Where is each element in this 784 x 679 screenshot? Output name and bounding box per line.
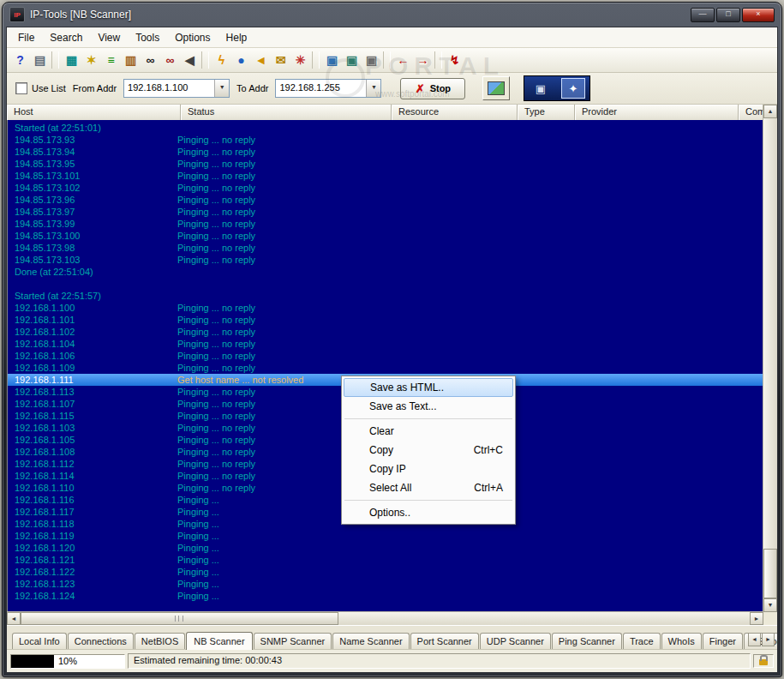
scroll-left-icon[interactable]: ◄	[7, 612, 21, 625]
list-row[interactable]: 194.85.173.103Pinging ... no reply	[8, 254, 763, 266]
context-item-options[interactable]: Options..	[342, 503, 515, 522]
list-row[interactable]: 192.168.1.121Pinging ...	[8, 554, 763, 566]
list-row[interactable]: 192.168.1.100Pinging ... no reply	[8, 302, 763, 314]
title-bar[interactable]: IP IP-Tools [NB Scanner] —□×	[6, 3, 778, 27]
list-row[interactable]: 194.85.173.101Pinging ... no reply	[8, 170, 763, 182]
tab-netbios[interactable]: NetBIOS	[135, 633, 185, 649]
tab-finger[interactable]: Finger	[703, 633, 743, 649]
report-button[interactable]	[482, 76, 510, 100]
list-row[interactable]	[8, 278, 763, 290]
cards-icon[interactable]: ▥	[121, 50, 141, 70]
tab-connections[interactable]: Connections	[68, 633, 134, 649]
netbios-icon[interactable]: ≡	[101, 50, 121, 70]
host-computer-icon[interactable]: ▣	[530, 79, 552, 98]
mail-icon[interactable]: ✉	[271, 50, 290, 70]
menu-options[interactable]: Options	[167, 28, 218, 47]
find-host-icon[interactable]: ∞	[160, 50, 180, 70]
trace-icon[interactable]: ↯	[445, 50, 464, 70]
horizontal-scroll-thumb[interactable]	[21, 612, 338, 625]
list-row[interactable]: 192.168.1.120Pinging ...	[8, 542, 763, 554]
list-row[interactable]: 192.168.1.106Pinging ... no reply	[8, 350, 763, 362]
list-row[interactable]: 194.85.173.102Pinging ... no reply	[8, 182, 763, 194]
tab-snmp-scanner[interactable]: SNMP Scanner	[254, 633, 332, 649]
column-header-type[interactable]: Type	[518, 105, 575, 121]
menu-file[interactable]: File	[10, 28, 42, 47]
to-addr-combo[interactable]: 192.168.1.255 ▼	[275, 79, 381, 98]
tab-whois[interactable]: WhoIs	[661, 633, 702, 649]
list-row[interactable]: 192.168.1.124Pinging ...	[8, 590, 763, 602]
dropdown-icon[interactable]: ▼	[366, 80, 380, 97]
menu-view[interactable]: View	[90, 28, 128, 47]
scan-icon[interactable]: ϟ	[212, 50, 231, 70]
menu-tools[interactable]: Tools	[128, 28, 167, 47]
list-row[interactable]: 194.85.173.100Pinging ... no reply	[8, 230, 763, 242]
context-item-save-as-text[interactable]: Save as Text...	[342, 397, 515, 416]
tab-udp-scanner[interactable]: UDP Scanner	[480, 633, 551, 649]
list-row[interactable]: 192.168.1.122Pinging ...	[8, 566, 763, 578]
tab-ping-scanner[interactable]: Ping Scanner	[552, 633, 622, 649]
list-row[interactable]: 194.85.173.99Pinging ... no reply	[8, 218, 763, 230]
scroll-up-icon[interactable]: ▲	[763, 105, 777, 118]
list-row[interactable]: 194.85.173.98Pinging ... no reply	[8, 242, 763, 254]
vertical-scroll-thumb[interactable]	[763, 549, 777, 598]
context-item-save-as-html[interactable]: Save as HTML..	[344, 378, 513, 397]
context-item-select-all[interactable]: Ctrl+ASelect All	[342, 478, 515, 497]
close-button[interactable]: ×	[742, 8, 775, 22]
list-row[interactable]: 194.85.173.95Pinging ... no reply	[8, 158, 763, 170]
tab-nb-scanner[interactable]: NB Scanner	[186, 632, 252, 650]
web-icon[interactable]: ●	[231, 50, 251, 70]
find-icon[interactable]: ∞	[141, 50, 160, 70]
local-info-icon[interactable]: ▦	[62, 50, 81, 70]
list-row[interactable]: 194.85.173.93Pinging ... no reply	[8, 134, 763, 146]
context-item-clear[interactable]: Clear	[342, 422, 515, 441]
column-header-host[interactable]: Host	[7, 105, 181, 121]
back-icon[interactable]: ←	[393, 50, 413, 70]
context-item-copy-ip[interactable]: Copy IP	[342, 460, 515, 478]
list-row[interactable]: Done (at 22:51:04)	[8, 266, 763, 278]
list-row[interactable]: 192.168.1.109Pinging ... no reply	[8, 362, 763, 374]
from-addr-combo[interactable]: 192.168.1.100 ▼	[123, 79, 230, 98]
menu-search[interactable]: Search	[42, 28, 90, 47]
redirect-icon[interactable]: ◄	[251, 50, 271, 70]
use-list-checkbox[interactable]: Use List	[15, 82, 66, 94]
tab-local-info[interactable]: Local Info	[12, 633, 67, 649]
forward-icon[interactable]: →	[413, 50, 433, 70]
vertical-scrollbar[interactable]: ▲ ▼	[763, 105, 777, 612]
list-row[interactable]: 192.168.1.119Pinging ...	[8, 530, 763, 542]
list-row[interactable]: 192.168.1.104Pinging ... no reply	[8, 338, 763, 350]
list-row[interactable]: Started (at 22:51:57)	[8, 290, 763, 302]
sound-icon[interactable]: ◀	[180, 50, 200, 70]
list-row[interactable]: Started (at 22:51:01)	[8, 122, 763, 134]
dropdown-icon[interactable]: ▼	[214, 80, 229, 97]
context-item-copy[interactable]: Ctrl+CCopy	[342, 441, 515, 460]
list-row[interactable]: 192.168.1.123Pinging ...	[8, 578, 763, 590]
host-watch-icon[interactable]: ▣	[362, 50, 381, 70]
host-monitor-icon[interactable]: ▣	[342, 50, 362, 70]
scroll-right-icon[interactable]: ►	[750, 612, 763, 625]
horizontal-scrollbar[interactable]: ◄ ►	[7, 611, 763, 625]
menu-help[interactable]: Help	[218, 28, 255, 47]
help-icon[interactable]: ?	[10, 50, 30, 70]
scroll-down-icon[interactable]: ▼	[763, 598, 777, 612]
maximize-button[interactable]: □	[716, 8, 740, 22]
list-row[interactable]: 192.168.1.102Pinging ... no reply	[8, 326, 763, 338]
column-header-comment[interactable]: Comment	[739, 105, 763, 121]
list-row[interactable]: 194.85.173.94Pinging ... no reply	[8, 146, 763, 158]
tab-port-scanner[interactable]: Port Scanner	[410, 633, 479, 649]
active-scan-icon[interactable]: ✦	[561, 78, 585, 99]
remote-host-icon[interactable]: ▣	[322, 50, 342, 70]
checkbox-icon[interactable]	[15, 82, 27, 94]
tabs-scroll-right-icon[interactable]: ►	[762, 633, 775, 646]
key-icon[interactable]: ✶	[81, 50, 101, 70]
tab-trace[interactable]: Trace	[623, 633, 661, 649]
minimize-button[interactable]: —	[691, 8, 715, 22]
list-row[interactable]: 192.168.1.101Pinging ... no reply	[8, 314, 763, 326]
tab-name-scanner[interactable]: Name Scanner	[332, 633, 409, 649]
stop-button[interactable]: ✗ Stop	[400, 78, 465, 99]
tabs-scroll-left-icon[interactable]: ◄	[748, 633, 761, 646]
column-header-resource[interactable]: Resource	[392, 105, 518, 121]
list-row[interactable]: 194.85.173.96Pinging ... no reply	[8, 194, 763, 206]
column-header-provider[interactable]: Provider	[575, 105, 739, 121]
tools-icon[interactable]: ✳	[290, 50, 310, 70]
column-header-status[interactable]: Status	[181, 105, 392, 121]
